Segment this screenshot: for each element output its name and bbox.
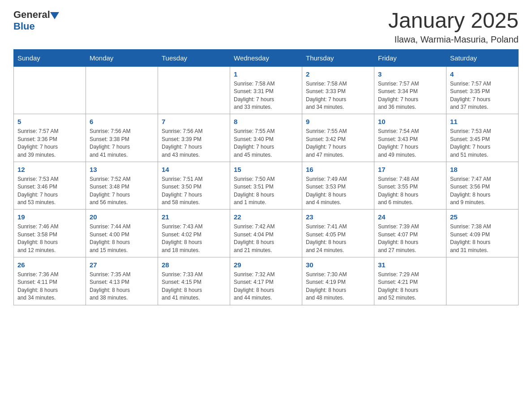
- day-info: Sunrise: 7:47 AM Sunset: 3:56 PM Dayligh…: [450, 176, 515, 207]
- day-info: Sunrise: 7:52 AM Sunset: 3:48 PM Dayligh…: [90, 176, 154, 207]
- calendar-cell: 2Sunrise: 7:58 AM Sunset: 3:33 PM Daylig…: [302, 66, 374, 114]
- page-header: General Blue January 2025 Ilawa, Warmia-…: [13, 9, 519, 45]
- day-number: 7: [162, 117, 226, 126]
- day-info: Sunrise: 7:56 AM Sunset: 3:39 PM Dayligh…: [162, 128, 226, 159]
- weekday-header-monday: Monday: [86, 49, 158, 66]
- day-number: 30: [306, 260, 370, 270]
- day-number: 1: [234, 69, 298, 79]
- day-info: Sunrise: 7:53 AM Sunset: 3:46 PM Dayligh…: [17, 176, 82, 207]
- day-info: Sunrise: 7:53 AM Sunset: 3:45 PM Dayligh…: [450, 128, 515, 159]
- day-info: Sunrise: 7:46 AM Sunset: 3:58 PM Dayligh…: [17, 223, 82, 254]
- day-number: 20: [90, 212, 154, 222]
- day-info: Sunrise: 7:56 AM Sunset: 3:38 PM Dayligh…: [90, 128, 154, 159]
- day-info: Sunrise: 7:43 AM Sunset: 4:02 PM Dayligh…: [162, 223, 226, 254]
- logo-general-text: General: [13, 9, 50, 21]
- day-info: Sunrise: 7:32 AM Sunset: 4:17 PM Dayligh…: [234, 271, 298, 302]
- day-info: Sunrise: 7:41 AM Sunset: 4:05 PM Dayligh…: [306, 223, 370, 254]
- day-number: 23: [306, 212, 370, 222]
- weekday-header-row: SundayMondayTuesdayWednesdayThursdayFrid…: [14, 49, 519, 66]
- calendar-cell: 30Sunrise: 7:30 AM Sunset: 4:19 PM Dayli…: [302, 257, 374, 305]
- calendar-cell: 12Sunrise: 7:53 AM Sunset: 3:46 PM Dayli…: [14, 162, 86, 210]
- calendar-cell: [158, 66, 230, 114]
- day-info: Sunrise: 7:39 AM Sunset: 4:07 PM Dayligh…: [378, 223, 442, 254]
- day-number: 10: [378, 117, 442, 126]
- day-number: 8: [234, 117, 298, 126]
- day-info: Sunrise: 7:57 AM Sunset: 3:36 PM Dayligh…: [17, 128, 82, 159]
- day-number: 14: [162, 165, 226, 174]
- day-number: 31: [378, 260, 442, 270]
- day-number: 22: [234, 212, 298, 222]
- calendar-cell: 29Sunrise: 7:32 AM Sunset: 4:17 PM Dayli…: [230, 257, 302, 305]
- weekday-header-thursday: Thursday: [302, 49, 374, 66]
- calendar-cell: [446, 257, 519, 305]
- calendar-cell: 26Sunrise: 7:36 AM Sunset: 4:11 PM Dayli…: [14, 257, 86, 305]
- calendar-cell: 28Sunrise: 7:33 AM Sunset: 4:15 PM Dayli…: [158, 257, 230, 305]
- day-number: 17: [378, 165, 442, 174]
- calendar-week-4: 19Sunrise: 7:46 AM Sunset: 3:58 PM Dayli…: [14, 210, 519, 257]
- calendar-cell: 27Sunrise: 7:35 AM Sunset: 4:13 PM Dayli…: [86, 257, 158, 305]
- day-info: Sunrise: 7:38 AM Sunset: 4:09 PM Dayligh…: [450, 223, 515, 254]
- day-number: 19: [17, 212, 82, 222]
- title-block: January 2025 Ilawa, Warmia-Masuria, Pola…: [388, 9, 519, 45]
- day-number: 24: [378, 212, 442, 222]
- day-info: Sunrise: 7:54 AM Sunset: 3:43 PM Dayligh…: [378, 128, 442, 159]
- calendar-cell: 9Sunrise: 7:55 AM Sunset: 3:42 PM Daylig…: [302, 114, 374, 162]
- day-number: 27: [90, 260, 154, 270]
- weekday-header-wednesday: Wednesday: [230, 49, 302, 66]
- calendar-cell: 20Sunrise: 7:44 AM Sunset: 4:00 PM Dayli…: [86, 210, 158, 257]
- day-info: Sunrise: 7:50 AM Sunset: 3:51 PM Dayligh…: [234, 176, 298, 207]
- calendar-cell: 25Sunrise: 7:38 AM Sunset: 4:09 PM Dayli…: [446, 210, 519, 257]
- day-info: Sunrise: 7:58 AM Sunset: 3:33 PM Dayligh…: [306, 80, 370, 111]
- day-number: 6: [90, 117, 154, 126]
- calendar-cell: 10Sunrise: 7:54 AM Sunset: 3:43 PM Dayli…: [374, 114, 446, 162]
- month-title: January 2025: [388, 9, 519, 33]
- calendar-cell: 11Sunrise: 7:53 AM Sunset: 3:45 PM Dayli…: [446, 114, 519, 162]
- day-info: Sunrise: 7:42 AM Sunset: 4:04 PM Dayligh…: [234, 223, 298, 254]
- weekday-header-saturday: Saturday: [446, 49, 519, 66]
- day-info: Sunrise: 7:51 AM Sunset: 3:50 PM Dayligh…: [162, 176, 226, 207]
- calendar-cell: 3Sunrise: 7:57 AM Sunset: 3:34 PM Daylig…: [374, 66, 446, 114]
- calendar-cell: 1Sunrise: 7:58 AM Sunset: 3:31 PM Daylig…: [230, 66, 302, 114]
- calendar-week-5: 26Sunrise: 7:36 AM Sunset: 4:11 PM Dayli…: [14, 257, 519, 305]
- day-number: 29: [234, 260, 298, 270]
- calendar-week-1: 1Sunrise: 7:58 AM Sunset: 3:31 PM Daylig…: [14, 66, 519, 114]
- calendar-cell: 14Sunrise: 7:51 AM Sunset: 3:50 PM Dayli…: [158, 162, 230, 210]
- day-number: 9: [306, 117, 370, 126]
- calendar-cell: 15Sunrise: 7:50 AM Sunset: 3:51 PM Dayli…: [230, 162, 302, 210]
- day-info: Sunrise: 7:44 AM Sunset: 4:00 PM Dayligh…: [90, 223, 154, 254]
- logo-triangle-icon: [50, 12, 59, 19]
- calendar-cell: 19Sunrise: 7:46 AM Sunset: 3:58 PM Dayli…: [14, 210, 86, 257]
- calendar-cell: 7Sunrise: 7:56 AM Sunset: 3:39 PM Daylig…: [158, 114, 230, 162]
- calendar-week-2: 5Sunrise: 7:57 AM Sunset: 3:36 PM Daylig…: [14, 114, 519, 162]
- day-info: Sunrise: 7:49 AM Sunset: 3:53 PM Dayligh…: [306, 176, 370, 207]
- day-number: 4: [450, 69, 515, 79]
- location-title: Ilawa, Warmia-Masuria, Poland: [388, 34, 519, 45]
- calendar-cell: 8Sunrise: 7:55 AM Sunset: 3:40 PM Daylig…: [230, 114, 302, 162]
- day-info: Sunrise: 7:48 AM Sunset: 3:55 PM Dayligh…: [378, 176, 442, 207]
- calendar-cell: 18Sunrise: 7:47 AM Sunset: 3:56 PM Dayli…: [446, 162, 519, 210]
- weekday-header-tuesday: Tuesday: [158, 49, 230, 66]
- calendar-body: 1Sunrise: 7:58 AM Sunset: 3:31 PM Daylig…: [14, 66, 519, 305]
- calendar-cell: 21Sunrise: 7:43 AM Sunset: 4:02 PM Dayli…: [158, 210, 230, 257]
- day-number: 15: [234, 165, 298, 174]
- day-number: 18: [450, 165, 515, 174]
- day-info: Sunrise: 7:29 AM Sunset: 4:21 PM Dayligh…: [378, 271, 442, 302]
- day-number: 11: [450, 117, 515, 126]
- calendar-header: SundayMondayTuesdayWednesdayThursdayFrid…: [14, 49, 519, 66]
- weekday-header-friday: Friday: [374, 49, 446, 66]
- calendar-cell: [86, 66, 158, 114]
- day-number: 26: [17, 260, 82, 270]
- day-number: 21: [162, 212, 226, 222]
- day-info: Sunrise: 7:35 AM Sunset: 4:13 PM Dayligh…: [90, 271, 154, 302]
- calendar-cell: 22Sunrise: 7:42 AM Sunset: 4:04 PM Dayli…: [230, 210, 302, 257]
- weekday-header-sunday: Sunday: [14, 49, 86, 66]
- day-number: 12: [17, 165, 82, 174]
- calendar-cell: 4Sunrise: 7:57 AM Sunset: 3:35 PM Daylig…: [446, 66, 519, 114]
- calendar-week-3: 12Sunrise: 7:53 AM Sunset: 3:46 PM Dayli…: [14, 162, 519, 210]
- day-info: Sunrise: 7:57 AM Sunset: 3:34 PM Dayligh…: [378, 80, 442, 111]
- logo-blue-text: Blue: [13, 21, 59, 32]
- calendar-cell: 16Sunrise: 7:49 AM Sunset: 3:53 PM Dayli…: [302, 162, 374, 210]
- calendar-cell: [14, 66, 86, 114]
- day-info: Sunrise: 7:30 AM Sunset: 4:19 PM Dayligh…: [306, 271, 370, 302]
- day-number: 3: [378, 69, 442, 79]
